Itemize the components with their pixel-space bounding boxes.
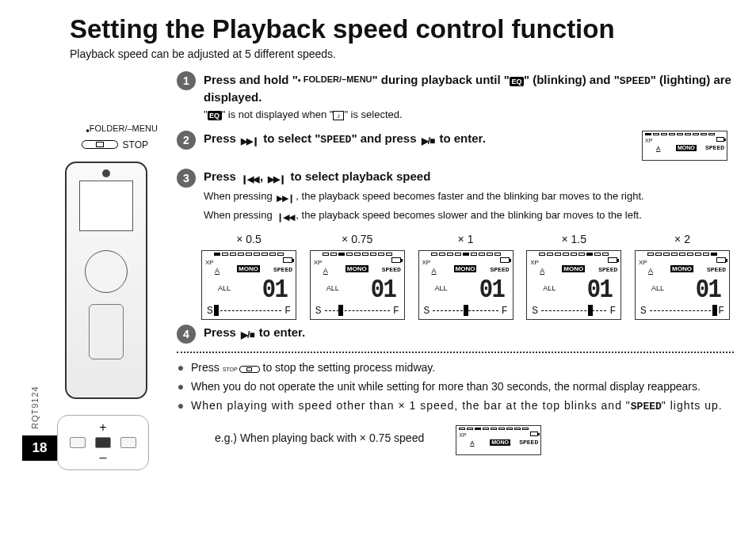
lcd-xp-label: XP: [205, 259, 214, 266]
speed-option-0: × 0.5XPMONOSPEEDAALL01SF: [197, 233, 300, 320]
lcd-a-label: A: [648, 267, 653, 275]
manual-page: Setting the Playback speed control funct…: [0, 0, 756, 536]
step-3-number: 3: [177, 169, 196, 188]
step-3-title-prefix: Press: [204, 169, 239, 183]
folder-menu-icon: FOLDER/–MENU: [304, 74, 372, 84]
device-stop-button-icon: [82, 140, 118, 149]
step-1-mid2: " (blinking) and ": [524, 73, 620, 86]
step-4-number: 4: [177, 325, 196, 344]
lcd-all-label: ALL: [326, 284, 339, 292]
lcd-speed-label: SPEED: [519, 439, 538, 446]
lcd-digits: 01: [587, 275, 612, 305]
mini-lcd-example: XP A MONO SPEED: [456, 425, 541, 455]
speed-option-lcd: XPMONOSPEEDAALL01SF: [201, 250, 296, 320]
speed-option-label: × 0.75: [306, 233, 409, 245]
lcd-mono-label: MONO: [676, 145, 697, 151]
step-3-fwd-suffix: , the playback speed becomes faster and …: [296, 190, 643, 202]
lcd-speed-label: SPEED: [490, 266, 509, 273]
lcd-xp-label: XP: [639, 259, 647, 266]
lcd-mono-label: MONO: [454, 265, 477, 272]
sf-bar: SF: [207, 305, 291, 316]
step-3-back-suffix: , the playback speed becomes slower and …: [296, 209, 641, 221]
speed-option-label: × 1.5: [522, 233, 625, 245]
step-1-sub-suffix: " is selected.: [344, 108, 402, 120]
note-3-suffix: " lights up.: [662, 399, 723, 412]
lcd-all-label: ALL: [651, 284, 664, 292]
lcd-digits: 01: [696, 275, 720, 305]
speed-marker: [464, 305, 468, 316]
reference-code: RQT9124: [30, 386, 40, 429]
skip-forward-icon: [277, 190, 294, 206]
speed-option-3: × 1.5XPMONOSPEEDAALL01SF: [522, 233, 625, 320]
speed-options-row: × 0.5XPMONOSPEEDAALL01SF× 0.75XPMONOSPEE…: [197, 233, 734, 320]
step-3: 3 Press , to select playback speed When …: [177, 169, 734, 225]
step-1-mid: " during playback until ": [372, 73, 510, 86]
lcd-digits: 01: [262, 275, 287, 305]
skip-forward-icon: [241, 132, 258, 149]
lcd-speed-label: SPEED: [382, 266, 401, 273]
step-2-number: 2: [177, 131, 196, 150]
speed-option-lcd: XPMONOSPEEDAALL01SF: [418, 250, 514, 320]
speed-marker: [338, 305, 343, 316]
eq-icon: EQ: [510, 77, 524, 86]
step-3-title-mid: ,: [260, 169, 266, 183]
speed-icon: SPEED: [320, 134, 351, 146]
example-line: e.g.) When playing back with × 0.75 spee…: [215, 420, 734, 455]
speed-option-lcd: XPMONOSPEEDAALL01SF: [526, 250, 621, 320]
step-1-sub-prefix: ": [204, 108, 208, 120]
dotted-separator: [177, 352, 734, 353]
example-text: e.g.) When playing back with × 0.75 spee…: [215, 431, 424, 444]
page-title: Setting the Playback speed control funct…: [70, 14, 734, 44]
device-folder-menu-label: •FOLDER/–MENU: [22, 124, 177, 136]
lcd-mono-label: MONO: [490, 439, 510, 446]
note-3: ● When playing with speed other than × 1…: [177, 397, 734, 415]
step-1: 1 Press and hold "• FOLDER/–MENU" during…: [177, 71, 734, 123]
step-2-prefix: Press: [204, 131, 239, 145]
lcd-a-label: A: [432, 267, 437, 275]
device-stop-label: STOP: [123, 139, 148, 150]
step-4-prefix: Press: [204, 325, 239, 339]
note-2: ●When you do not operate the unit while …: [177, 378, 734, 394]
lcd-speed-label: SPEED: [273, 266, 292, 273]
step-2-mid: to select ": [260, 131, 320, 145]
speed-option-2: × 1XPMONOSPEEDAALL01SF: [414, 233, 517, 320]
step-2: 2 XP A MONO SPEED Press to select "SPEED…: [177, 131, 734, 161]
lcd-digits: 01: [479, 275, 503, 305]
speed-marker: [712, 305, 717, 316]
battery-icon: [716, 257, 726, 263]
play-stop-icon: [241, 326, 254, 343]
note-3-prefix: When playing with speed other than × 1 s…: [191, 399, 631, 412]
lcd-xp-label: XP: [422, 259, 431, 266]
device-column: •FOLDER/–MENU STOP + – RQT9124 18: [22, 68, 177, 470]
sf-bar: SF: [315, 305, 399, 316]
sf-bar: SF: [424, 305, 508, 316]
speed-marker: [588, 305, 593, 316]
step-1-prefix: Press and hold ": [204, 73, 298, 86]
lcd-a-label: A: [470, 440, 474, 447]
battery-icon: [608, 257, 617, 263]
lcd-xp-label: XP: [314, 259, 323, 266]
note-2-text: When you do not operate the unit while s…: [191, 378, 701, 394]
step-1-sub-mid: " is not displayed when ": [222, 108, 334, 120]
speed-option-1: × 0.75XPMONOSPEEDAALL01SF: [306, 233, 409, 320]
note-1: ● Press STOP to stop the setting process…: [177, 359, 734, 375]
lcd-a-label: A: [323, 267, 328, 275]
battery-icon: [283, 257, 292, 263]
note-1-prefix: Press: [191, 361, 223, 374]
lcd-xp-label: XP: [645, 138, 652, 144]
stop-button-icon: STOP: [223, 366, 260, 373]
lcd-mono-label: MONO: [562, 265, 585, 272]
lcd-a-label: A: [540, 267, 544, 275]
battery-icon: [500, 257, 510, 263]
page-number: 18: [22, 435, 57, 461]
speed-marker: [214, 305, 219, 316]
lcd-all-label: ALL: [435, 284, 448, 292]
speed-icon: SPEED: [620, 75, 651, 87]
speed-option-label: × 2: [631, 233, 734, 245]
step-2-mid2: " and press: [351, 131, 419, 145]
step-4-suffix: to enter.: [256, 325, 306, 339]
lcd-xp-label: XP: [459, 432, 466, 439]
lcd-all-label: ALL: [543, 284, 556, 292]
lcd-a-label: A: [656, 146, 660, 152]
skip-back-icon: [277, 209, 294, 225]
